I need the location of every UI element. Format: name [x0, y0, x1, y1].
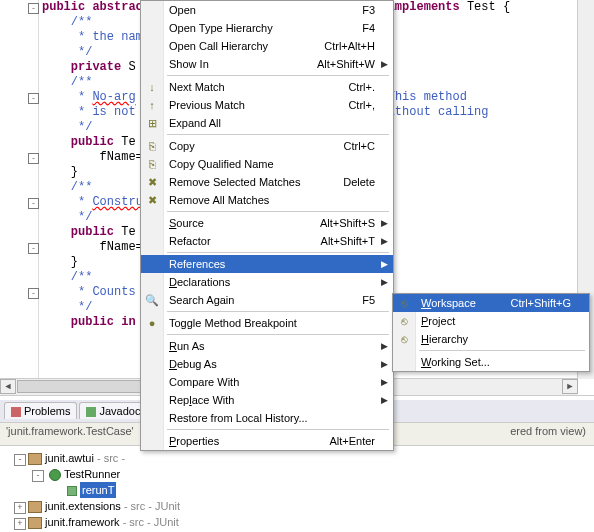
- menu-item-label: Debug As: [169, 355, 217, 373]
- fold-toggle[interactable]: -: [28, 288, 39, 299]
- menu-item-references[interactable]: References▶: [141, 255, 393, 273]
- tree-expand-toggle[interactable]: +: [14, 502, 26, 514]
- mtd-icon: [67, 486, 77, 496]
- menu-item-label: Previous Match: [169, 96, 245, 114]
- tab-label: Javadoc: [99, 405, 140, 417]
- menu-item-compare-with[interactable]: Compare With▶: [141, 373, 393, 391]
- fold-toggle[interactable]: -: [28, 153, 39, 164]
- menu-item-label: Working Set...: [421, 353, 490, 371]
- menu-item-label: Refactor: [169, 232, 211, 250]
- menu-item-shortcut: F3: [362, 1, 375, 19]
- menu-item-shortcut: Alt+Shift+S: [320, 214, 375, 232]
- submenu-arrow-icon: ▶: [381, 55, 388, 73]
- menu-item-label: Open Call Hierarchy: [169, 37, 268, 55]
- scroll-right-button[interactable]: ►: [562, 379, 578, 394]
- menu-item-label: Properties: [169, 432, 219, 450]
- menu-item-open[interactable]: OpenF3: [141, 1, 393, 19]
- tree-node-suffix: - src - JUnit: [121, 500, 180, 512]
- menu-item-shortcut: Ctrl+,: [348, 96, 375, 114]
- menu-item-icon: ↓: [145, 80, 159, 94]
- menu-item-icon: ⎋: [397, 296, 411, 310]
- menu-item-label: Copy: [169, 137, 195, 155]
- menu-item-label: Show In: [169, 55, 209, 73]
- filter-query: 'junit.framework.TestCase': [6, 425, 134, 437]
- menu-item-shortcut: Ctrl+Alt+H: [324, 37, 375, 55]
- menu-item-previous-match[interactable]: ↑Previous MatchCtrl+,: [141, 96, 393, 114]
- tree-node[interactable]: -TestRunner: [4, 466, 592, 482]
- tree-node[interactable]: +junit.extensions - src - JUnit: [4, 498, 592, 514]
- tab-problems[interactable]: Problems: [4, 402, 77, 419]
- menu-separator: [167, 75, 389, 76]
- tree-node[interactable]: -junit.awtui - src -: [4, 450, 592, 466]
- tab-icon: [86, 407, 96, 417]
- submenu-item-project[interactable]: ⎋Project: [393, 312, 589, 330]
- menu-item-label: Run As: [169, 337, 204, 355]
- tree-node-label: TestRunner: [64, 468, 120, 480]
- tree-expand-toggle[interactable]: -: [14, 454, 26, 466]
- menu-item-declarations[interactable]: Declarations▶: [141, 273, 393, 291]
- menu-item-restore-from-local-history-[interactable]: Restore from Local History...: [141, 409, 393, 427]
- menu-item-run-as[interactable]: Run As▶: [141, 337, 393, 355]
- menu-item-refactor[interactable]: RefactorAlt+Shift+T▶: [141, 232, 393, 250]
- menu-item-search-again[interactable]: 🔍Search AgainF5: [141, 291, 393, 309]
- menu-item-remove-all-matches[interactable]: ✖Remove All Matches: [141, 191, 393, 209]
- menu-item-properties[interactable]: PropertiesAlt+Enter: [141, 432, 393, 450]
- menu-item-next-match[interactable]: ↓Next MatchCtrl+.: [141, 78, 393, 96]
- submenu-arrow-icon: ▶: [381, 214, 388, 232]
- menu-item-label: Next Match: [169, 78, 225, 96]
- submenu-item-hierarchy[interactable]: ⎋Hierarchy: [393, 330, 589, 348]
- submenu-arrow-icon: ▶: [381, 391, 388, 409]
- menu-item-icon: ✖: [145, 175, 159, 189]
- menu-separator: [167, 311, 389, 312]
- tree-node[interactable]: rerunT: [4, 482, 592, 498]
- menu-item-copy[interactable]: ⎘CopyCtrl+C: [141, 137, 393, 155]
- gutter: ------: [0, 0, 39, 395]
- menu-item-shortcut: Alt+Enter: [329, 432, 375, 450]
- submenu-arrow-icon: ▶: [381, 255, 388, 273]
- menu-item-icon: ⎘: [145, 139, 159, 153]
- fold-toggle[interactable]: -: [28, 243, 39, 254]
- menu-item-shortcut: Delete: [343, 173, 375, 191]
- tree-expand-toggle[interactable]: +: [14, 518, 26, 530]
- menu-item-debug-as[interactable]: Debug As▶: [141, 355, 393, 373]
- menu-item-shortcut: Ctrl+Shift+G: [510, 294, 571, 312]
- menu-item-icon: ●: [145, 316, 159, 330]
- menu-item-open-type-hierarchy[interactable]: Open Type HierarchyF4: [141, 19, 393, 37]
- menu-item-shortcut: F5: [362, 291, 375, 309]
- pkg-icon: [28, 453, 42, 465]
- scroll-left-button[interactable]: ◄: [0, 379, 16, 394]
- menu-item-label: References: [169, 255, 225, 273]
- menu-item-label: Expand All: [169, 114, 221, 132]
- menu-item-remove-selected-matches[interactable]: ✖Remove Selected MatchesDelete: [141, 173, 393, 191]
- pkg-icon: [28, 517, 42, 529]
- menu-item-label: Open: [169, 1, 196, 19]
- tab-javadoc[interactable]: Javadoc: [79, 402, 147, 419]
- menu-item-label: Hierarchy: [421, 330, 468, 348]
- menu-item-label: Copy Qualified Name: [169, 155, 274, 173]
- menu-item-copy-qualified-name[interactable]: ⎘Copy Qualified Name: [141, 155, 393, 173]
- menu-item-source[interactable]: SourceAlt+Shift+S▶: [141, 214, 393, 232]
- menu-item-shortcut: F4: [362, 19, 375, 37]
- menu-item-label: Compare With: [169, 373, 239, 391]
- menu-item-shortcut: Alt+Shift+W: [317, 55, 375, 73]
- submenu-item-workspace[interactable]: ⎋WorkspaceCtrl+Shift+G: [393, 294, 589, 312]
- fold-toggle[interactable]: -: [28, 3, 39, 14]
- tree-expand-toggle[interactable]: -: [32, 470, 44, 482]
- menu-item-open-call-hierarchy[interactable]: Open Call HierarchyCtrl+Alt+H: [141, 37, 393, 55]
- menu-item-label: Workspace: [421, 294, 476, 312]
- fold-toggle[interactable]: -: [28, 93, 39, 104]
- submenu-item-working-set-[interactable]: Working Set...: [393, 353, 589, 371]
- menu-item-replace-with[interactable]: Replace With▶: [141, 391, 393, 409]
- menu-item-label: Replace With: [169, 391, 234, 409]
- menu-item-icon: ⎘: [145, 157, 159, 171]
- menu-item-show-in[interactable]: Show InAlt+Shift+W▶: [141, 55, 393, 73]
- menu-item-label: Remove Selected Matches: [169, 173, 300, 191]
- tree-node[interactable]: +junit.framework - src - JUnit: [4, 514, 592, 530]
- menu-item-icon: ↑: [145, 98, 159, 112]
- menu-item-expand-all[interactable]: ⊞Expand All: [141, 114, 393, 132]
- menu-item-toggle-method-breakpoint[interactable]: ●Toggle Method Breakpoint: [141, 314, 393, 332]
- submenu-arrow-icon: ▶: [381, 373, 388, 391]
- menu-separator: [167, 429, 389, 430]
- fold-toggle[interactable]: -: [28, 198, 39, 209]
- menu-item-label: Project: [421, 312, 455, 330]
